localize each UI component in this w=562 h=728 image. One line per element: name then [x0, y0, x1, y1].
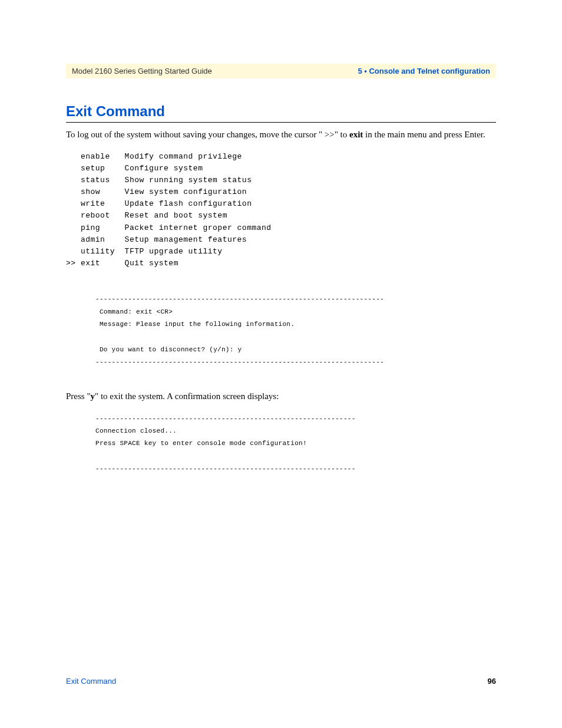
- header-right-text: 5 • Console and Telnet configuration: [358, 67, 490, 75]
- intro-post: in the main menu and press Enter.: [363, 130, 485, 139]
- intro-pre: To log out of the system without saving …: [66, 130, 349, 139]
- confirm-post: " to exit the system. A confirmation scr…: [95, 391, 279, 401]
- menu-listing: enable Modify command privilege setup Co…: [66, 151, 496, 269]
- page-number: 96: [488, 677, 496, 686]
- confirm-paragraph: Press "y" to exit the system. A confirma…: [66, 390, 496, 403]
- terminal-output-2: ----------------------------------------…: [95, 413, 496, 476]
- title-rule: [66, 122, 496, 123]
- confirm-bold: y: [91, 391, 95, 401]
- header-left-text: Model 2160 Series Getting Started Guide: [72, 67, 212, 75]
- terminal-output-1: ----------------------------------------…: [95, 293, 496, 369]
- confirm-pre: Press ": [66, 391, 91, 401]
- footer-left-text: Exit Command: [66, 677, 116, 686]
- intro-bold: exit: [349, 130, 363, 139]
- header-bar: Model 2160 Series Getting Started Guide …: [66, 64, 496, 78]
- footer: Exit Command 96: [66, 677, 496, 686]
- intro-paragraph: To log out of the system without saving …: [66, 129, 496, 141]
- section-title: Exit Command: [66, 103, 496, 120]
- page-container: Model 2160 Series Getting Started Guide …: [0, 0, 562, 521]
